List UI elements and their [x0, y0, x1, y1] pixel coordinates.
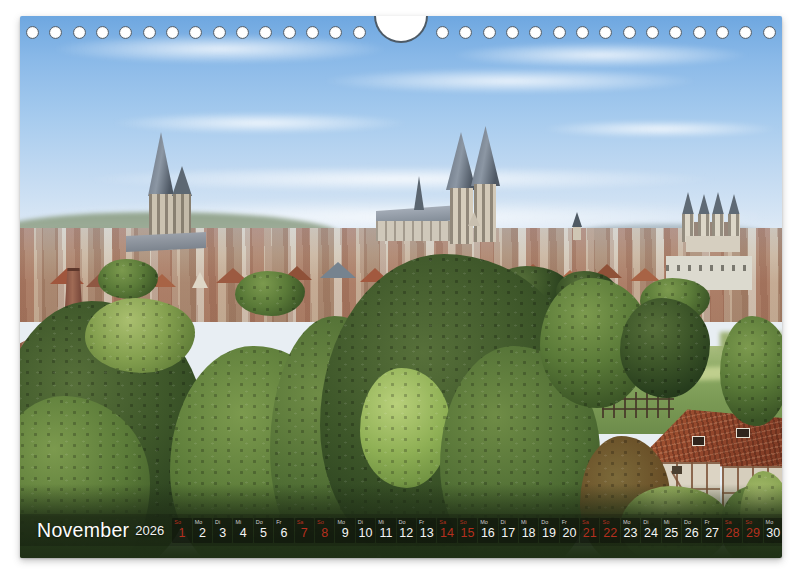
date-cell: Di3	[213, 518, 232, 543]
calendar-strip: November 2026 So1Mo2Di3Mi4Do5Fr6Sa7So8Mo…	[20, 514, 782, 546]
tree	[720, 316, 782, 426]
date-cell: Do19	[539, 518, 558, 543]
date-number: 18	[519, 527, 538, 540]
small-steeple	[572, 212, 582, 240]
date-cell: Mi4	[233, 518, 252, 543]
date-cell: Do5	[254, 518, 273, 543]
cathedral-spire	[471, 126, 500, 186]
binding-hole	[236, 26, 249, 39]
binding-hole	[623, 26, 636, 39]
window	[672, 466, 682, 474]
church-wall	[686, 236, 740, 252]
date-cell: Do26	[682, 518, 701, 543]
binding-hole	[646, 26, 659, 39]
weekday-label: Mi	[664, 520, 670, 526]
date-cell: Mo2	[193, 518, 212, 543]
steeple-body	[573, 227, 581, 240]
date-number: 7	[295, 527, 314, 540]
binding-hole	[553, 26, 566, 39]
weekday-label: So	[317, 520, 324, 526]
weekday-label: Mo	[480, 520, 488, 526]
weekday-label: Sa	[297, 520, 304, 526]
date-number: 15	[458, 527, 477, 540]
roof-dormer-window	[736, 428, 750, 438]
church-spire	[712, 192, 724, 215]
date-number: 26	[682, 527, 701, 540]
cathedral-tower	[474, 184, 496, 242]
date-cell: Sa7	[295, 518, 314, 543]
date-cell: So1	[172, 518, 191, 543]
date-cell: Mo9	[335, 518, 354, 543]
date-number: 21	[580, 527, 599, 540]
binding-hole	[599, 26, 612, 39]
weekday-label: Do	[256, 520, 263, 526]
binding-holes-right	[436, 26, 776, 40]
date-number: 10	[356, 527, 375, 540]
weekday-label: Mi	[235, 520, 241, 526]
date-cell: Mo23	[621, 518, 640, 543]
date-number: 14	[437, 527, 456, 540]
weekday-label: Fr	[704, 520, 709, 526]
weekday-label: Sa	[582, 520, 589, 526]
binding-hole	[693, 26, 706, 39]
date-number: 1	[172, 527, 191, 540]
calendar-page: November 2026 So1Mo2Di3Mi4Do5Fr6Sa7So8Mo…	[20, 16, 782, 558]
weekday-label: Di	[358, 520, 363, 526]
church-spire	[148, 132, 174, 196]
product-photo-stage: November 2026 So1Mo2Di3Mi4Do5Fr6Sa7So8Mo…	[0, 0, 800, 577]
date-number: 5	[254, 527, 273, 540]
year-label: 2026	[135, 523, 164, 538]
weekday-label: Do	[541, 520, 548, 526]
date-cell: Di17	[499, 518, 518, 543]
date-strip: So1Mo2Di3Mi4Do5Fr6Sa7So8Mo9Di10Mi11Do12F…	[172, 518, 782, 543]
binding-hole	[739, 26, 752, 39]
cloud	[540, 120, 780, 138]
date-number: 17	[499, 527, 518, 540]
weekday-label: So	[174, 520, 181, 526]
binding-hole	[143, 26, 156, 39]
date-cell: Fr6	[274, 518, 293, 543]
weekday-label: Sa	[439, 520, 446, 526]
tree	[235, 271, 305, 316]
weekday-label: Mi	[521, 520, 527, 526]
fleche-spire	[414, 176, 424, 210]
date-cell: Mi25	[662, 518, 681, 543]
tree	[98, 259, 158, 299]
date-cell: So22	[600, 518, 619, 543]
date-number: 23	[621, 527, 640, 540]
binding-hole	[166, 26, 179, 39]
binding-hole	[306, 26, 319, 39]
binding-hole	[763, 26, 776, 39]
date-number: 29	[743, 527, 762, 540]
binding-hole	[529, 26, 542, 39]
roof-dormer-window	[692, 436, 705, 446]
date-cell: Sa14	[437, 518, 456, 543]
date-number: 6	[274, 527, 293, 540]
church-spire	[172, 166, 192, 196]
date-number: 28	[723, 527, 742, 540]
date-cell: Mi18	[519, 518, 538, 543]
weekday-label: Mo	[337, 520, 345, 526]
weekday-label: Di	[215, 520, 220, 526]
date-number: 4	[233, 527, 252, 540]
weekday-label: Di	[501, 520, 506, 526]
date-cell: Di24	[641, 518, 660, 543]
weekday-label: Do	[399, 520, 406, 526]
binding-hole	[483, 26, 496, 39]
date-number: 19	[539, 527, 558, 540]
date-cell: Sa21	[580, 518, 599, 543]
cloud	[450, 42, 750, 68]
binding-hole	[73, 26, 86, 39]
cloud	[320, 68, 700, 94]
weekday-label: Fr	[562, 520, 567, 526]
weekday-label: Di	[643, 520, 648, 526]
church-nave-roof	[126, 232, 206, 252]
binding-hole	[669, 26, 682, 39]
weekday-label: So	[745, 520, 752, 526]
date-cell: So15	[458, 518, 477, 543]
date-number: 8	[315, 527, 334, 540]
date-cell: Mo30	[764, 518, 782, 543]
date-cell: So8	[315, 518, 334, 543]
steeple-spire	[572, 212, 582, 227]
cathedral-dom	[372, 124, 507, 274]
